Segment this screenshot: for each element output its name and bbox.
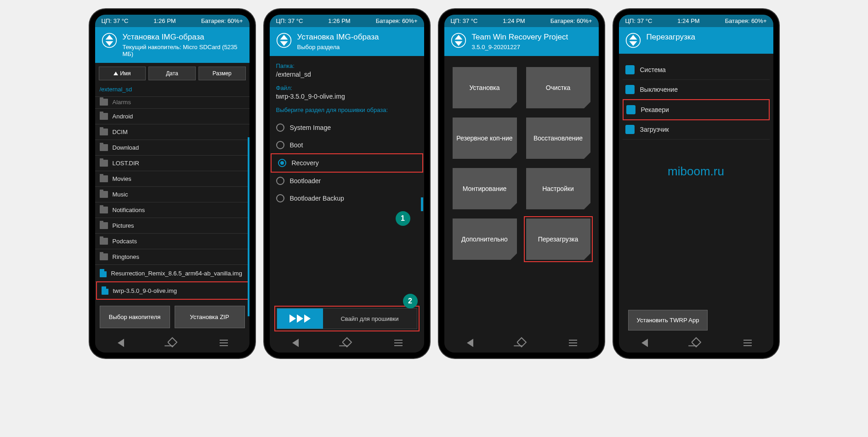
list-item[interactable]: Download bbox=[95, 140, 250, 156]
swipe-handle-icon[interactable] bbox=[277, 308, 323, 329]
partition-option[interactable]: Bootloader Backup bbox=[270, 190, 424, 207]
file-label: Файл: bbox=[276, 84, 418, 91]
sort-name-button[interactable]: Имя bbox=[99, 67, 146, 80]
list-item[interactable]: Alarms bbox=[95, 97, 250, 109]
checkbox-icon bbox=[626, 105, 635, 114]
current-path: /external_sd bbox=[95, 84, 250, 96]
folder-label: Папка: bbox=[276, 62, 418, 69]
install-twrp-app-button[interactable]: Установить TWRP App bbox=[628, 310, 708, 331]
tile-backup[interactable]: Резервное коп-ние bbox=[453, 118, 517, 159]
partition-option-selected[interactable]: Recovery bbox=[271, 153, 423, 173]
menu-icon[interactable] bbox=[394, 338, 403, 347]
cpu-temp: ЦП: 37 °C bbox=[276, 17, 303, 24]
home-icon[interactable] bbox=[168, 338, 177, 347]
tile-mount[interactable]: Монтирование bbox=[453, 168, 517, 209]
swipe-label: Свайп для прошивки bbox=[323, 315, 417, 322]
folder-icon bbox=[100, 129, 108, 135]
file-list[interactable]: Alarms Android DCIM Download LOST.DIR Mo… bbox=[95, 96, 250, 300]
swipe-to-flash[interactable]: Свайп для прошивки bbox=[277, 308, 417, 329]
scrollbar[interactable] bbox=[421, 197, 423, 211]
nav-bar bbox=[95, 333, 250, 353]
checkbox-icon bbox=[625, 125, 635, 134]
menu-icon[interactable] bbox=[219, 338, 228, 347]
page-title: Установка IMG-образа bbox=[123, 33, 243, 42]
partition-option[interactable]: Bootloader bbox=[270, 172, 424, 190]
list-item[interactable]: Ringtones bbox=[95, 249, 250, 265]
nav-bar bbox=[444, 333, 599, 353]
nav-bar bbox=[270, 333, 424, 353]
list-item[interactable]: Resurrection_Remix_8.6.5_arm64-ab_vanill… bbox=[95, 265, 250, 282]
tile-reboot[interactable]: Перезагрузка bbox=[526, 218, 590, 260]
folder-icon bbox=[100, 222, 108, 229]
radio-icon bbox=[276, 123, 284, 132]
twrp-logo-icon bbox=[451, 33, 466, 48]
nav-bar bbox=[619, 333, 773, 353]
list-item[interactable]: Podcasts bbox=[95, 234, 250, 249]
file-value: twrp-3.5.0_9-0-olive.img bbox=[276, 93, 418, 100]
phone-1: ЦП: 37 °C 1:26 PM Батарея: 60%+ Установк… bbox=[90, 9, 255, 358]
tile-wipe[interactable]: Очистка bbox=[526, 67, 590, 108]
file-icon bbox=[102, 286, 108, 295]
header: Перезагрузка bbox=[619, 27, 773, 54]
header: Установка IMG-образа Текущий накопитель:… bbox=[95, 27, 250, 63]
swipe-container: Свайп для прошивки bbox=[274, 306, 420, 331]
svg-marker-2 bbox=[105, 41, 113, 46]
cpu-temp: ЦП: 37 °C bbox=[451, 17, 478, 24]
partition-list: System Image Boot Recovery Bootloader Bo… bbox=[270, 119, 424, 207]
list-item[interactable]: Notifications bbox=[95, 202, 250, 218]
sort-date-button[interactable]: Дата bbox=[148, 67, 196, 80]
list-item[interactable]: LOST.DIR bbox=[95, 156, 250, 171]
svg-marker-7 bbox=[454, 35, 462, 39]
partition-option[interactable]: Boot bbox=[270, 136, 424, 154]
tile-install[interactable]: Установка bbox=[453, 67, 517, 108]
menu-icon[interactable] bbox=[568, 338, 578, 347]
list-item[interactable]: DCIM bbox=[95, 124, 250, 140]
sort-size-button[interactable]: Размер bbox=[199, 67, 246, 80]
list-item[interactable]: Android bbox=[95, 109, 250, 124]
page-title: Перезагрузка bbox=[647, 33, 695, 42]
cpu-temp: ЦП: 37 °C bbox=[625, 17, 652, 24]
clock: 1:24 PM bbox=[503, 17, 525, 24]
twrp-logo-icon bbox=[625, 33, 641, 48]
home-icon[interactable] bbox=[517, 338, 526, 347]
folder-icon bbox=[100, 99, 108, 106]
page-title: Team Win Recovery Project bbox=[472, 33, 568, 42]
radio-icon bbox=[276, 177, 284, 185]
tile-settings[interactable]: Настройки bbox=[526, 168, 590, 209]
twrp-logo-icon bbox=[102, 33, 117, 48]
back-icon[interactable] bbox=[640, 338, 649, 347]
radio-checked-icon bbox=[278, 159, 286, 167]
scrollbar[interactable] bbox=[248, 137, 250, 316]
back-icon[interactable] bbox=[116, 338, 125, 347]
reboot-poweroff[interactable]: Выключение bbox=[623, 80, 770, 100]
folder-icon bbox=[100, 160, 108, 167]
cpu-temp: ЦП: 37 °C bbox=[102, 17, 129, 24]
reboot-bootloader[interactable]: Загрузчик bbox=[623, 120, 770, 140]
folder-value: /external_sd bbox=[276, 71, 418, 78]
callout-1: 1 bbox=[396, 211, 410, 226]
list-item[interactable]: Music bbox=[95, 187, 250, 202]
sort-row: Имя Дата Размер bbox=[95, 63, 250, 84]
folder-icon bbox=[100, 191, 108, 198]
sort-up-icon bbox=[113, 72, 118, 75]
home-icon[interactable] bbox=[342, 338, 352, 347]
reboot-recovery[interactable]: Рекавери bbox=[623, 99, 770, 120]
tile-advanced[interactable]: Дополнительно bbox=[453, 218, 517, 260]
list-item-selected[interactable]: twrp-3.5.0_9-0-olive.img bbox=[96, 281, 249, 300]
back-icon[interactable] bbox=[291, 338, 300, 347]
select-storage-button[interactable]: Выбор накопителя bbox=[100, 306, 170, 328]
callout-2: 2 bbox=[403, 294, 418, 308]
partition-option[interactable]: System Image bbox=[270, 119, 424, 136]
battery: Батарея: 60%+ bbox=[201, 17, 243, 24]
checkbox-icon bbox=[625, 65, 635, 74]
status-bar: ЦП: 37 °C 1:24 PM Батарея: 60%+ bbox=[444, 15, 599, 27]
menu-icon[interactable] bbox=[743, 338, 752, 347]
reboot-system[interactable]: Система bbox=[623, 60, 770, 80]
tile-restore[interactable]: Восстановление bbox=[526, 118, 590, 159]
install-zip-button[interactable]: Установка ZIP bbox=[175, 306, 245, 328]
main-menu-grid: Установка Очистка Резервное коп-ние Восс… bbox=[444, 56, 599, 271]
list-item[interactable]: Pictures bbox=[95, 218, 250, 234]
list-item[interactable]: Movies bbox=[95, 171, 250, 187]
back-icon[interactable] bbox=[465, 338, 475, 347]
home-icon[interactable] bbox=[692, 338, 701, 347]
